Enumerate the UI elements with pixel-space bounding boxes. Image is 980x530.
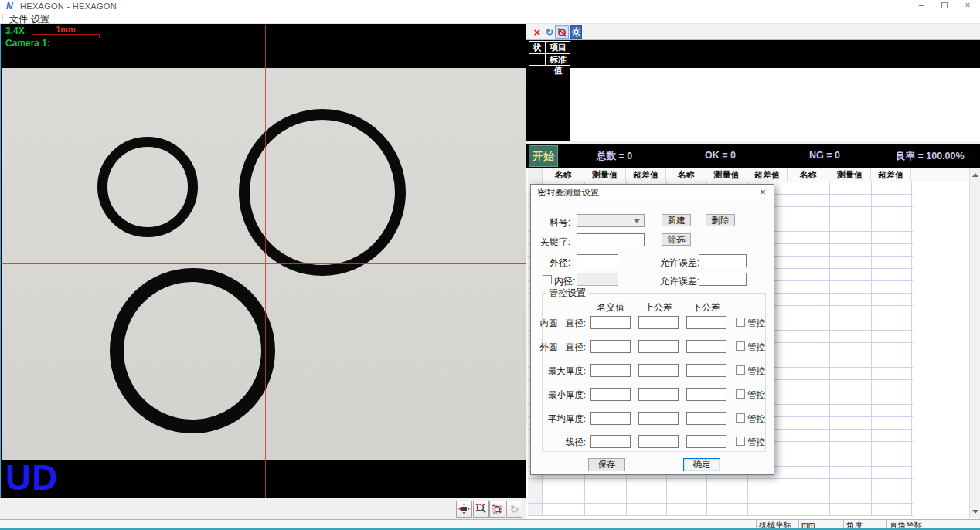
outer-tolerance-input[interactable] xyxy=(699,254,747,267)
dialog-close-button[interactable]: × xyxy=(755,185,771,199)
results-toolbar: × ↻ xyxy=(526,24,980,40)
menubar: 文件 设置 xyxy=(0,12,980,24)
dialog-title: 密封圈测量设置 xyxy=(537,187,600,199)
maximize-button[interactable] xyxy=(934,0,955,12)
row-min-thickness-label: 最小厚度: xyxy=(531,389,586,401)
magnification-label: 3.4X xyxy=(5,25,25,36)
inner-dia-upper-input[interactable] xyxy=(638,316,679,329)
settings-button[interactable] xyxy=(570,25,582,39)
hdr-meas-2[interactable]: 测量值 xyxy=(706,168,747,182)
wire-dia-control-checkbox[interactable] xyxy=(736,437,745,446)
refresh-button[interactable]: ↻ xyxy=(543,25,556,39)
min-thickness-upper-input[interactable] xyxy=(638,388,679,401)
delete-button[interactable]: 删除 xyxy=(706,214,735,226)
minimize-button[interactable]: – xyxy=(910,0,932,12)
ring-small xyxy=(97,137,198,237)
arrow-down-icon xyxy=(972,510,978,514)
inner-tolerance-input[interactable] xyxy=(699,273,747,286)
hdr-name-2[interactable]: 名称 xyxy=(666,168,706,182)
close-button[interactable]: × xyxy=(957,0,978,12)
control-label: 管控 xyxy=(747,318,765,329)
inner-dia-nominal-input[interactable] xyxy=(590,316,631,329)
watermark-text: UD xyxy=(5,457,58,498)
crosshair-horizontal xyxy=(1,263,526,264)
avg-thickness-nominal-input[interactable] xyxy=(590,412,631,425)
hdr-name-3[interactable]: 名称 xyxy=(788,168,829,182)
chevron-down-icon xyxy=(634,219,640,223)
filter-button[interactable]: 筛选 xyxy=(662,233,691,246)
stat-ng: NG = 0 xyxy=(809,150,840,161)
clear-button[interactable]: × xyxy=(531,25,543,39)
hdr-meas-1[interactable]: 测量值 xyxy=(584,168,626,182)
hdr-meas-3[interactable]: 测量值 xyxy=(829,168,871,182)
control-label: 管控 xyxy=(747,413,765,425)
col-status: 状态 xyxy=(529,41,546,53)
grid-header: 名称 测量值 超差值 名称 测量值 超差值 名称 测量值 超差值 xyxy=(526,168,969,182)
menu-grip xyxy=(2,14,3,22)
row-max-thickness-label: 最大厚度: xyxy=(531,365,586,377)
grid-scrollbar[interactable] xyxy=(969,168,980,518)
outer-dia-nominal-input[interactable] xyxy=(590,340,631,353)
outer-dia-control-checkbox[interactable] xyxy=(736,341,745,351)
zoom-fit-button[interactable] xyxy=(473,501,489,518)
hdr-filler xyxy=(911,168,969,182)
camera-refresh-button[interactable]: ↻ xyxy=(506,501,522,518)
zoom-actual-size-button[interactable] xyxy=(456,501,472,518)
arrow-up-icon xyxy=(972,173,978,177)
part-number-label: 料号: xyxy=(531,216,570,229)
row-wire-diameter-label: 线径: xyxy=(531,437,586,448)
avg-thickness-control-checkbox[interactable] xyxy=(736,413,745,423)
stat-ok: OK = 0 xyxy=(705,150,736,161)
wire-dia-lower-input[interactable] xyxy=(686,435,726,448)
grid-vline xyxy=(829,182,830,516)
hdr-dev-1[interactable]: 超差值 xyxy=(626,168,666,182)
measure-settings-dialog: 密封圈测量设置 × 料号: 新建 删除 关键字: 筛选 外径: 允许误差: 内径… xyxy=(530,184,774,475)
ok-button[interactable]: 确定 xyxy=(683,458,720,471)
avg-thickness-upper-input[interactable] xyxy=(638,412,679,425)
grid-vline xyxy=(911,182,912,516)
scroll-down-button[interactable] xyxy=(970,505,980,518)
outer-diameter-input[interactable] xyxy=(577,254,618,267)
save-button[interactable]: 保存 xyxy=(588,458,625,471)
refresh-icon: ↻ xyxy=(510,503,519,515)
min-thickness-nominal-input[interactable] xyxy=(590,388,631,401)
min-thickness-lower-input[interactable] xyxy=(686,388,726,401)
magnifier-region-icon xyxy=(492,503,503,515)
col-standard: 标准值 xyxy=(546,53,570,66)
inner-dia-control-checkbox[interactable] xyxy=(736,318,745,327)
restore-icon xyxy=(941,2,948,8)
inner-dia-lower-input[interactable] xyxy=(686,316,726,329)
min-thickness-control-checkbox[interactable] xyxy=(736,389,745,399)
part-number-combobox[interactable] xyxy=(577,214,645,227)
inner-diameter-checkbox[interactable] xyxy=(543,275,552,284)
dialog-titlebar[interactable]: 密封圈测量设置 × xyxy=(531,185,774,199)
hdr-dev-2[interactable]: 超差值 xyxy=(747,168,788,182)
stop-button[interactable] xyxy=(555,25,569,39)
scroll-up-button[interactable] xyxy=(970,168,980,181)
max-thickness-nominal-input[interactable] xyxy=(590,364,631,377)
max-thickness-upper-input[interactable] xyxy=(638,364,679,377)
control-settings-title: 管控设置 xyxy=(546,287,589,300)
hdr-name-1[interactable]: 名称 xyxy=(543,168,584,182)
magnifier-icon xyxy=(475,503,487,515)
max-thickness-control-checkbox[interactable] xyxy=(736,365,745,375)
zoom-region-button[interactable] xyxy=(489,501,505,518)
stat-total: 总数 = 0 xyxy=(597,150,632,163)
inner-diameter-input[interactable] xyxy=(577,273,618,286)
hdr-dev-3[interactable]: 超差值 xyxy=(871,168,911,182)
camera-bottom-bar: UD xyxy=(2,460,526,498)
max-thickness-lower-input[interactable] xyxy=(686,364,726,377)
app-window: N HEXAGON - HEXAGON – × 文件 设置 3.4X 1mm C… xyxy=(0,0,980,530)
wire-dia-nominal-input[interactable] xyxy=(590,435,631,448)
create-button[interactable]: 新建 xyxy=(662,214,691,226)
outer-dia-upper-input[interactable] xyxy=(638,340,679,353)
wire-dia-upper-input[interactable] xyxy=(638,435,679,448)
row-inner-diameter-label: 内圆 - 直径: xyxy=(531,318,586,329)
avg-thickness-lower-input[interactable] xyxy=(686,412,726,425)
window-title: HEXAGON - HEXAGON xyxy=(20,2,117,11)
outer-dia-lower-input[interactable] xyxy=(686,340,726,353)
start-button[interactable]: 开始 xyxy=(529,145,558,167)
keyword-input[interactable] xyxy=(577,233,645,246)
camera-name-label: Camera 1: xyxy=(5,38,50,49)
upper-tol-column-header: 上公差 xyxy=(638,301,679,314)
